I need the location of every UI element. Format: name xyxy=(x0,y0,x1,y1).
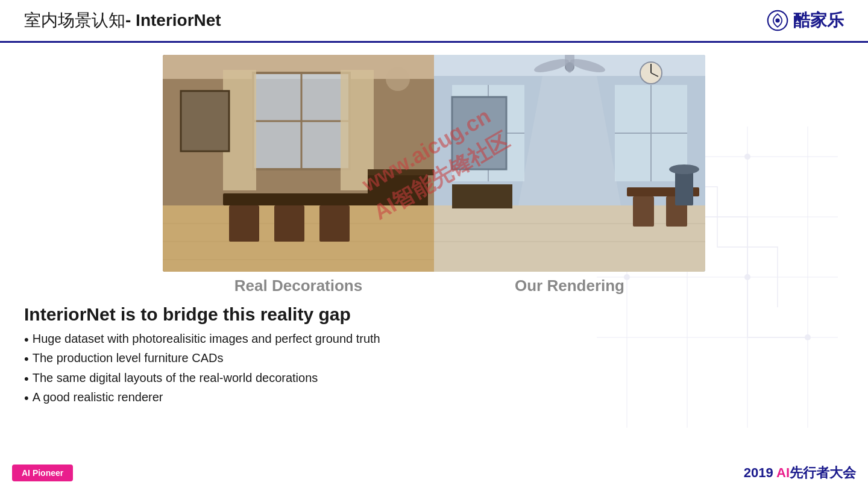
our-rendering-image xyxy=(434,55,705,272)
logo-area: 酷家乐 xyxy=(767,9,844,32)
bullet-item-1: Huge dataset with photorealisitic images… xyxy=(24,332,844,348)
svg-rect-55 xyxy=(633,196,654,227)
main-heading: InteriorNet is to bridge this reality ga… xyxy=(24,304,844,325)
svg-rect-35 xyxy=(368,169,434,175)
svg-rect-60 xyxy=(452,184,512,208)
bullet-text-2: The production level furniture CADs xyxy=(33,351,224,365)
bullet-text-3: The same digital layouts of the real-wor… xyxy=(33,371,318,385)
svg-rect-30 xyxy=(274,205,304,242)
images-container: www.aicug.cnAI智能先锋社区 xyxy=(163,55,705,272)
real-decorations-image xyxy=(163,55,434,272)
svg-rect-29 xyxy=(229,205,259,242)
svg-rect-57 xyxy=(452,97,506,169)
main-content: www.aicug.cnAI智能先锋社区 Real Decorations Ou… xyxy=(0,43,868,458)
logo-icon xyxy=(767,10,788,31)
svg-rect-51 xyxy=(434,205,705,272)
text-section: InteriorNet is to bridge this reality ga… xyxy=(24,304,844,452)
svg-rect-34 xyxy=(368,175,428,205)
header: 室内场景认知- InteriorNet 酷家乐 xyxy=(0,0,868,41)
conference-rest: 先行者大会 xyxy=(790,465,856,480)
left-room-svg xyxy=(163,55,434,272)
footer: AI Pioneer 2019 AI先行者大会 xyxy=(0,458,868,488)
bullet-text-1: Huge dataset with photorealisitic images… xyxy=(33,332,380,346)
svg-point-33 xyxy=(386,67,410,91)
conference-name: 2019 AI先行者大会 xyxy=(744,464,856,482)
ai-pioneer-badge: AI Pioneer xyxy=(12,465,73,481)
page-title: 室内场景认知- InteriorNet xyxy=(24,9,221,32)
svg-rect-32 xyxy=(181,91,229,151)
svg-rect-58 xyxy=(675,169,693,205)
title-chinese: 室内场景认知 xyxy=(24,11,125,30)
title-separator: - xyxy=(125,11,136,30)
conference-ai: AI xyxy=(776,465,790,480)
bullet-item-2: The production level furniture CADs xyxy=(24,351,844,367)
svg-point-59 xyxy=(669,164,699,174)
label-our-rendering: Our Rendering xyxy=(434,277,705,295)
image-labels: Real Decorations Our Rendering xyxy=(163,277,705,295)
bullet-list: Huge dataset with photorealisitic images… xyxy=(24,332,844,407)
bullet-item-4: A good realistic renderer xyxy=(24,390,844,406)
bullet-text-4: A good realistic renderer xyxy=(33,390,163,404)
logo-text: 酷家乐 xyxy=(793,9,844,32)
svg-point-1 xyxy=(775,18,779,22)
conference-year: 2019 xyxy=(744,465,776,480)
bullet-item-3: The same digital layouts of the real-wor… xyxy=(24,371,844,387)
svg-rect-31 xyxy=(319,205,350,242)
title-english: InteriorNet xyxy=(136,11,221,30)
right-room-svg xyxy=(434,55,705,272)
image-section: www.aicug.cnAI智能先锋社区 Real Decorations Ou… xyxy=(24,55,844,295)
label-real-decorations: Real Decorations xyxy=(163,277,434,295)
svg-rect-28 xyxy=(223,193,374,205)
